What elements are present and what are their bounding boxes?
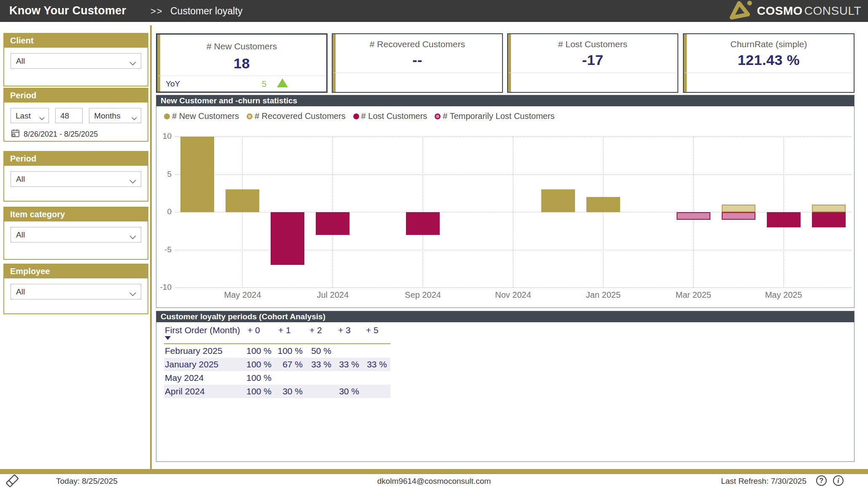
x-gridline [603,137,604,288]
footer: Today: 8/25/2025 dkolm9614@cosmoconsult.… [0,474,868,488]
breadcrumb[interactable]: Customer loyalty [170,5,242,17]
cohort-row-label: May 2024 [164,373,244,383]
cohort-panel-title: Customer loyalty periods (Cohort Analysi… [156,311,854,322]
period-dropdown[interactable]: All [11,171,141,187]
chart-bar-lost-customers[interactable] [767,212,801,227]
x-gridline [242,137,243,288]
cohort-row-label: April 2024 [164,386,244,396]
kpi-title: # Recovered Customers [333,39,502,49]
help-icon[interactable]: ? [816,475,827,486]
kpi-yoy-label: YoY [166,79,180,89]
filter-card-period-relative: Period Last 48 Months [3,88,148,142]
x-axis-tick-label: Mar 2025 [668,290,719,300]
filter-card-period-list: Period All [3,151,148,202]
cohort-header-col[interactable]: + 5 [363,324,390,335]
filter-card-item-category-header: Item category [4,208,148,221]
chart-bar-lost-customers[interactable] [271,212,304,265]
kpi-card-churn-rate[interactable]: ChurnRate (simple) 121.43 % [683,33,855,93]
kpi-divider [509,73,677,73]
filter-card-period-header: Period [4,89,148,102]
chart-bar-new-customers[interactable] [180,137,214,212]
cohort-header-col[interactable]: + 2 [306,324,335,335]
filter-card-period2-header: Period [4,152,148,166]
kpi-value: 121.43 % [684,52,854,68]
kpi-value: -17 [508,52,677,68]
kpi-yoy-value: 5 [262,79,266,89]
period-dropdown-value: All [16,175,25,184]
chevron-down-icon [132,114,137,122]
cohort-row[interactable]: May 2024 100 % [164,371,390,385]
info-icon[interactable]: i [833,475,844,486]
chart-bar-lost-customers[interactable] [406,212,440,235]
filter-card-client-header: Client [4,34,148,48]
x-axis-tick-label: Jan 2025 [578,290,629,300]
cohort-cell: 30 % [275,386,306,396]
period-unit-dropdown[interactable]: Months [89,108,141,123]
kpi-card-lost-customers[interactable]: # Lost Customers -17 [507,33,678,93]
kpi-card-new-customers[interactable]: # New Customers 18 YoY 5 [156,33,328,93]
cohort-cell: 100 % [275,346,306,356]
x-axis-tick-label: Sep 2024 [398,290,448,300]
chart-bar-temporarily-lost-customers[interactable] [722,212,755,220]
sort-descending-icon [165,336,171,340]
cohort-row[interactable]: April 2024 100 % 30 % 30 % [164,385,390,398]
kpi-value: 18 [157,55,326,72]
cohort-row[interactable]: February 2025 100 % 100 % 50 % [164,344,390,358]
period-date-range: 8/26/2021 - 8/25/2025 [24,130,98,139]
period-mode-dropdown[interactable]: Last [11,108,49,123]
kpi-card-recovered-customers[interactable]: # Recovered Customers -- [332,33,503,93]
filter-card-client: Client All [3,33,148,86]
chart-bar-new-customers[interactable] [226,189,259,212]
chart-bar-new-customers[interactable] [541,189,575,212]
y-axis-tick-label: -5 [156,245,172,254]
kpi-title: # New Customers [157,41,326,51]
cohort-cell: 33 % [335,359,363,369]
cohort-cell: 100 % [244,346,275,356]
app-title: Know Your Customer [9,4,126,17]
kpi-title: ChurnRate (simple) [684,39,854,49]
cohort-header-col[interactable]: + 3 [335,324,363,335]
cohort-row[interactable]: January 2025 100 % 67 % 33 % 33 % 33 % [164,358,390,371]
cohort-cell: 67 % [275,359,306,369]
sidebar-separator [150,25,152,469]
chart-bar-recovered-customers[interactable] [812,205,846,212]
kpi-divider [685,73,853,73]
period-count-value: 48 [60,111,69,121]
item-category-dropdown[interactable]: All [11,227,141,243]
chart-bar-new-customers[interactable] [586,197,620,212]
employee-dropdown[interactable]: All [11,284,141,299]
cohort-cell: 100 % [244,386,275,396]
chart-panel: New Customer and -churn statistics # New… [156,95,855,308]
y-axis-tick-label: 0 [156,207,172,216]
chevron-down-icon [129,178,136,185]
cosmo-logo-icon [727,0,753,22]
chart-bar-temporarily-lost-customers[interactable] [677,212,710,220]
chart-bar-recovered-customers[interactable] [722,205,755,212]
period-count-input[interactable]: 48 [55,108,83,123]
kpi-divider [333,73,501,73]
cohort-cell: 100 % [244,359,275,369]
y-axis-tick-label: 10 [156,132,172,141]
x-axis-tick-label: Jul 2024 [307,290,358,300]
cosmo-consult-logo: COSMOCONSULT [727,2,862,20]
cohort-header-row: First Order (Month) + 0 + 1 + 2 + 3 + 5 [164,324,390,344]
chart-bar-lost-customers[interactable] [812,212,846,227]
x-axis-tick-label: May 2025 [758,290,809,300]
filter-card-employee: Employee All [3,264,148,314]
cohort-cell: 33 % [306,359,335,369]
chevron-down-icon [129,233,136,241]
cohort-header-col[interactable]: + 0 [244,324,275,335]
kpi-value: -- [333,52,502,68]
client-dropdown[interactable]: All [11,53,141,69]
chart-bar-lost-customers[interactable] [316,212,349,235]
y-axis-tick-label: 5 [156,170,172,179]
employee-dropdown-value: All [16,287,25,297]
breadcrumb-separator: >> [150,6,163,17]
cohort-header-first-order[interactable]: First Order (Month) [164,324,244,340]
logo-text-secondary: CONSULT [804,4,861,18]
client-dropdown-value: All [16,57,25,66]
app-header: Know Your Customer >> Customer loyalty C… [0,0,868,22]
item-category-dropdown-value: All [16,230,25,240]
cohort-header-col[interactable]: + 1 [275,324,306,335]
chevron-down-icon [129,290,136,298]
